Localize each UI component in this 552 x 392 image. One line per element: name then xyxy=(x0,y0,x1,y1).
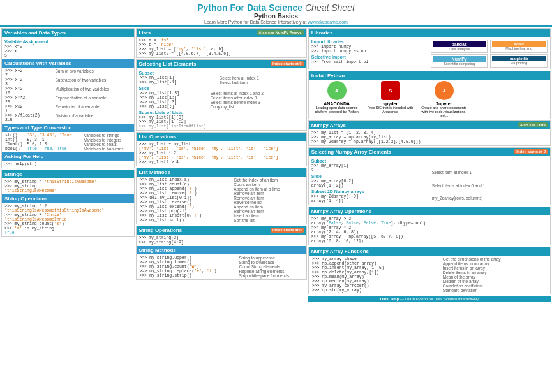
sklearn-card: scikit Machine learning xyxy=(490,40,548,53)
spyder-desc: Free IDE that is included with Anaconda xyxy=(365,106,416,113)
nf-desc-5: Mean of the array xyxy=(442,275,548,279)
numpy-body: >>> my_list = [1, 2, 3, 4] >>> my_array … xyxy=(309,129,550,145)
main-content: Variables and Data Types Variable Assign… xyxy=(0,27,552,303)
title-python: Python For Data Science xyxy=(197,3,302,13)
nf-row-4: >>> np.delete(my_array,[1]) Delete items… xyxy=(311,270,548,275)
np-subset-label: Subset xyxy=(311,159,427,163)
numpy-funcs-table: >>> my_array.shape Get the dimensions of… xyxy=(311,257,548,293)
types-table: str() '3', '3.45', 'True' Variables to s… xyxy=(4,133,131,151)
calc-code-5: >>> x%21 xyxy=(4,105,55,113)
lm-code-10: >>> my_list.sort() xyxy=(139,218,234,222)
lm-desc-8: Remove an item xyxy=(233,209,303,214)
subset-lists-code-2: >>> my_list2[1][:2] xyxy=(139,120,304,124)
type-row-1: str() '3', '3.45', 'True' Variables to s… xyxy=(4,133,131,138)
slice-row-4: >>> my_list[:] Copy my_list xyxy=(139,105,304,109)
np-slice-result-1: array([1, 2]) xyxy=(311,184,427,188)
lm-desc-2: Count an item xyxy=(233,182,303,187)
list-op-2: >>> my_list * 2 xyxy=(139,151,304,156)
subset-desc-1: Select item at index 1 xyxy=(219,76,304,80)
sm-row-5: >>> my_string.strip() Strip whitespace f… xyxy=(139,273,304,278)
column-3: Libraries Import libraries >>> import nu… xyxy=(308,28,551,302)
lib-logos-row: pandas Data analysis scikit Machine lear… xyxy=(431,40,548,53)
selective-import: >>> from math.import pi xyxy=(311,60,428,64)
np-op-1: >>> my_array > 3 xyxy=(311,217,548,221)
selecting-list-header: Selecting List Elements Index starts at … xyxy=(137,60,306,68)
str-ops2-body: >>> my_string[3] >>> my_string[4:9] xyxy=(137,235,306,246)
list-methods-body: >>> my_list.index(a) Get the index of an… xyxy=(137,177,306,224)
slice-table: >>> my_list[1:3] Select items at index 1… xyxy=(139,91,304,109)
nf-desc-6: Median of the array xyxy=(442,279,548,284)
pandas-card: pandas Data analysis xyxy=(431,40,488,53)
np-2d-result-1: array([1, 4]) xyxy=(311,199,427,203)
nf-code-4: >>> np.delete(my_array,[1]) xyxy=(311,270,442,275)
lm-code-2: >>> my_list.count(a) xyxy=(139,182,234,187)
nf-row-5: >>> np.mean(my_array) Mean of the array xyxy=(311,275,548,279)
help-body: >>> help(str) xyxy=(2,161,134,168)
nf-row-8: >>> np.std(my_array) Standard deviation xyxy=(311,288,548,293)
calc-row-5: >>> x%21 Remainder of a variable xyxy=(4,105,131,113)
sm-code-1: >>> my_string.upper() xyxy=(139,256,239,260)
numpy-ops-header: Numpy Array Operations xyxy=(309,207,550,215)
type-code-1: str() xyxy=(4,133,26,138)
lm-row-1: >>> my_list.index(a) Get the index of an… xyxy=(139,178,304,182)
type-desc-4: Variables to booleans xyxy=(84,147,131,151)
sm-desc-5: Strip whitespace from ends xyxy=(239,273,304,278)
page: Python For Data Science Cheat Sheet Pyth… xyxy=(0,0,552,303)
calc-code-1: >>> x+27 xyxy=(4,69,55,78)
subset-lists-label: Subset Lists of Lists xyxy=(139,110,304,115)
np-op-3-result: array([6, 8, 10, 12]) xyxy=(311,239,548,243)
lm-row-6: >>> my_list.reverse() Reverse the list xyxy=(139,200,304,205)
type-desc-2: Variables to integers xyxy=(84,138,131,142)
list-ops-header: List Operations xyxy=(137,133,306,141)
lm-desc-4: Remove an item xyxy=(233,191,303,196)
also-see-lists: Also see Lists xyxy=(518,122,548,127)
section-string-ops: String Operations Index starts at 0 >>> … xyxy=(136,226,307,280)
nf-desc-3: Insert items in an array xyxy=(442,266,548,270)
str-methods-table: >>> my_string.upper() String to uppercas… xyxy=(139,256,304,278)
calc-row-6: >>> x/float(2)2.5 Division of a variable xyxy=(4,113,131,122)
section-numpy-ops: Numpy Array Operations >>> my_array > 3 … xyxy=(308,207,551,245)
anaconda-name: ANACONDA xyxy=(311,101,362,106)
sm-code-4: >>> my_string.replace('e', 'i') xyxy=(139,269,239,273)
lm-desc-5: Remove an item xyxy=(233,196,303,200)
jupyter-desc: Create and share documents with live cod… xyxy=(419,106,470,117)
jupyter-logo: J xyxy=(435,81,454,100)
spyder-name: spyder xyxy=(365,101,416,106)
var-assignment-body: Variable Assignment >>> x=5 >>> x 5 xyxy=(2,37,134,59)
section-numpy-funcs: Numpy Array Functions >>> my_array.shape… xyxy=(308,247,551,294)
list-op-1: >>> my_list + my_list xyxy=(139,142,304,147)
import-libraries-label: Import libraries xyxy=(311,40,428,44)
np-2d-desc: my_2darray[rows, columns] xyxy=(432,196,548,200)
anaconda-logo: A xyxy=(327,81,347,100)
np-code-3: >>> my_2darray = np.array([[1,2,3],[4,5,… xyxy=(311,140,548,144)
index-badge-str: Index starts at 0 xyxy=(271,228,304,233)
anaconda-desc: Leading open data science platform power… xyxy=(311,106,362,113)
str-op-4-result: True xyxy=(4,231,131,235)
str-ops-body: >>> my_string * 2 'thisStringIsAwesometh… xyxy=(2,203,134,236)
str-ops-header: String Operations xyxy=(2,194,134,203)
np-subset-desc: Select item at index 1 xyxy=(432,170,548,175)
str-ops2-code-2: >>> my_string[4:9] xyxy=(139,240,304,245)
header: Python For Data Science Cheat Sheet Pyth… xyxy=(0,0,552,27)
section-lists: Lists Also see NumPy Arrays >>> a = 'is'… xyxy=(136,28,307,58)
section-libraries: Libraries Import libraries >>> import nu… xyxy=(308,28,551,69)
np-code-2: >>> my_array = np.array(my_list) xyxy=(311,135,548,140)
nf-desc-8: Standard deviation xyxy=(442,288,548,293)
str-ops2-header: String Operations Index starts at 0 xyxy=(137,226,306,235)
type-val-4: True, True, True xyxy=(26,147,83,151)
calc-code-6: >>> x/float(2)2.5 xyxy=(4,113,55,122)
calc-body: >>> x+27 Sum of two variables >>> x-23 S… xyxy=(2,68,134,124)
lm-code-4: >>> my_list.remove('!') xyxy=(139,191,234,196)
lm-code-6: >>> my_list.reverse() xyxy=(139,200,234,205)
nf-code-1: >>> my_array.shape xyxy=(311,257,442,261)
np-subset-code-1-result: 2 xyxy=(311,168,427,173)
subset-row-2: >>> my_list[-1] Select last item xyxy=(139,80,304,85)
np-slice-label: Slice xyxy=(311,174,427,178)
type-val-3: 5.0, 1.0 xyxy=(26,142,83,147)
section-strings: Strings >>> my_string = 'thisStringIsAwe… xyxy=(1,170,135,237)
sm-row-1: >>> my_string.upper() String to uppercas… xyxy=(139,256,304,260)
str-code-3: 'thisStringIsAwesome' xyxy=(4,189,131,193)
header-subtitle: Python Basics xyxy=(254,13,298,20)
calc-code-3: >>> x*210 xyxy=(4,87,55,96)
str-code-1: >>> my_string = 'thisStringIsAwesome' xyxy=(4,180,131,184)
